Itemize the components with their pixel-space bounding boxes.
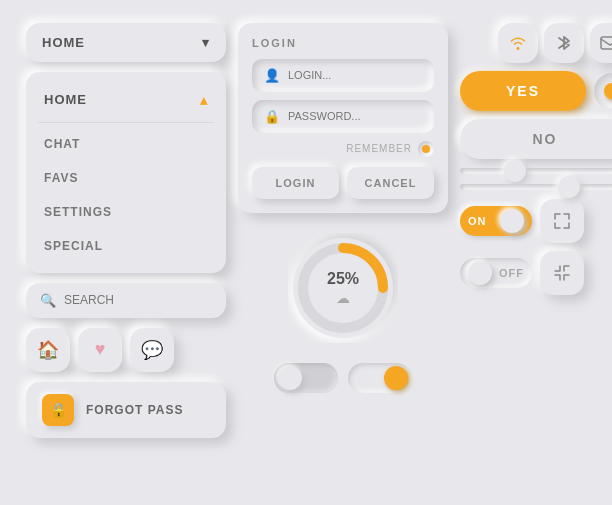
dropdown-closed[interactable]: HOME ▾ xyxy=(26,23,226,62)
radio-dot xyxy=(604,83,612,99)
password-input[interactable] xyxy=(288,110,422,122)
collapse-button[interactable] xyxy=(540,251,584,295)
progress-center: 25% ☁ xyxy=(327,270,359,306)
progress-area: 25% ☁ xyxy=(238,223,448,353)
forgot-pass-button[interactable]: 🔒 FORGOT PASS xyxy=(26,382,226,438)
expand-buttons xyxy=(540,199,584,243)
remember-row: REMEMBER xyxy=(252,141,434,157)
menu-expanded: HOME ▴ CHAT FAVS SETTINGS SPECIAL xyxy=(26,72,226,273)
menu-header[interactable]: HOME ▴ xyxy=(26,82,226,118)
heart-icon-button[interactable]: ♥ xyxy=(78,328,122,372)
yes-button[interactable]: YES xyxy=(460,71,586,111)
bluetooth-button[interactable] xyxy=(544,23,584,63)
menu-item-special[interactable]: SPECIAL xyxy=(26,229,226,263)
menu-item-chat[interactable]: CHAT xyxy=(26,127,226,161)
menu-header-label: HOME xyxy=(44,92,87,107)
collapse-icon xyxy=(554,265,570,281)
collapse-buttons xyxy=(540,251,584,295)
search-bar[interactable]: 🔍 xyxy=(26,283,226,318)
slider-2-thumb[interactable] xyxy=(558,176,580,198)
login-input[interactable] xyxy=(288,69,422,81)
slider-2-row xyxy=(460,183,612,191)
bluetooth-icon xyxy=(557,33,571,53)
remember-label: REMEMBER xyxy=(346,143,412,154)
slider-2-track[interactable] xyxy=(460,184,612,190)
chevron-up-icon: ▴ xyxy=(200,92,208,108)
toggle-row xyxy=(238,363,448,393)
slider-1-thumb[interactable] xyxy=(504,160,526,182)
lock-field-icon: 🔒 xyxy=(264,109,280,124)
sliders-area xyxy=(460,167,612,191)
off-row: OFF xyxy=(460,251,612,295)
login-button[interactable]: LOGIN xyxy=(252,167,339,199)
login-title: LOGIN xyxy=(252,37,434,49)
remember-toggle[interactable] xyxy=(418,141,434,157)
login-actions: LOGIN CANCEL xyxy=(252,167,434,199)
toggle-2-knob xyxy=(384,366,408,390)
search-input[interactable] xyxy=(64,293,212,307)
search-icon: 🔍 xyxy=(40,293,56,308)
on-toggle[interactable]: ON xyxy=(460,206,532,236)
progress-percent: 25% xyxy=(327,270,359,288)
menu-divider xyxy=(38,122,214,123)
chat-icon-button[interactable]: 💬 xyxy=(130,328,174,372)
password-field-container: 🔒 xyxy=(252,100,434,133)
login-field-container: 👤 xyxy=(252,59,434,92)
slider-1-track[interactable] xyxy=(460,168,612,174)
home-icon-button[interactable]: 🏠 xyxy=(26,328,70,372)
on-label: ON xyxy=(468,215,487,227)
download-icon: ☁ xyxy=(327,290,359,306)
on-toggle-knob xyxy=(500,209,524,233)
off-toggle[interactable]: OFF xyxy=(460,258,532,288)
off-toggle-knob xyxy=(468,261,492,285)
forgot-pass-label: FORGOT PASS xyxy=(86,403,183,417)
dropdown-closed-label: HOME xyxy=(42,35,85,50)
toggle-1[interactable] xyxy=(274,363,338,393)
wifi-icon xyxy=(508,35,528,51)
on-off-row: ON xyxy=(460,199,612,243)
mail-button[interactable] xyxy=(590,23,612,63)
chevron-down-icon: ▾ xyxy=(202,35,210,50)
slider-1-row xyxy=(460,167,612,175)
login-panel: LOGIN 👤 🔒 REMEMBER LOGIN CANCEL xyxy=(238,23,448,213)
yes-radio-row: YES xyxy=(460,71,612,111)
progress-ring: 25% ☁ xyxy=(288,233,398,343)
menu-item-settings[interactable]: SETTINGS xyxy=(26,195,226,229)
cancel-button[interactable]: CANCEL xyxy=(347,167,434,199)
user-icon: 👤 xyxy=(264,68,280,83)
mail-icon xyxy=(600,36,612,50)
expand-icon xyxy=(554,213,570,229)
off-label: OFF xyxy=(499,267,524,279)
expand-button[interactable] xyxy=(540,199,584,243)
top-icon-row xyxy=(460,23,612,63)
wifi-button[interactable] xyxy=(498,23,538,63)
menu-item-favs[interactable]: FAVS xyxy=(26,161,226,195)
toggle-2[interactable] xyxy=(348,363,412,393)
no-button[interactable]: NO xyxy=(460,119,612,159)
lock-icon: 🔒 xyxy=(42,394,74,426)
icon-buttons-row: 🏠 ♥ 💬 xyxy=(26,328,226,372)
radio-button[interactable] xyxy=(594,73,612,109)
toggle-1-knob xyxy=(278,366,302,390)
remember-dot xyxy=(422,145,430,153)
